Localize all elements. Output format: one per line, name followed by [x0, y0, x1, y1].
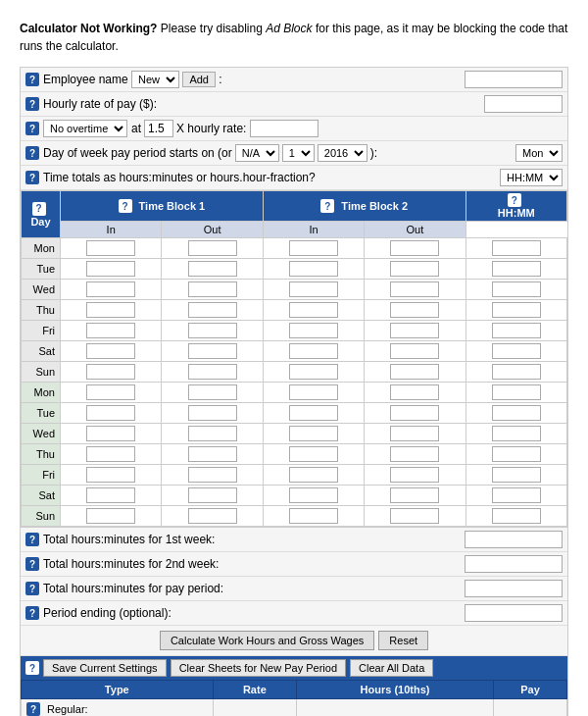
na-select[interactable]: N/A	[235, 144, 279, 162]
w1-d1-tb1-in[interactable]	[86, 261, 135, 277]
overtime-help-icon[interactable]: ?	[25, 122, 39, 135]
w1-d2-hhmm[interactable]	[492, 281, 541, 297]
w1-d0-tb2-out[interactable]	[390, 240, 439, 256]
w2-d1-tb2-in[interactable]	[289, 405, 338, 421]
tb1-help[interactable]: ?	[119, 199, 132, 213]
year-select[interactable]: 2016	[318, 144, 368, 162]
w1-d3-tb2-out[interactable]	[390, 302, 439, 318]
w1-d3-hhmm[interactable]	[492, 302, 541, 318]
w1-d2-tb1-out[interactable]	[188, 281, 237, 297]
w2-d1-tb1-in[interactable]	[86, 405, 135, 421]
clear-sheets-button[interactable]: Clear Sheets for New Pay Period	[171, 659, 346, 677]
w1-d0-tb2-in[interactable]	[289, 240, 338, 256]
w1-d6-tb1-out[interactable]	[188, 364, 237, 380]
w2-d2-tb1-out[interactable]	[188, 426, 237, 441]
day-col-help[interactable]: ?	[32, 202, 46, 216]
w1-d1-tb1-out[interactable]	[188, 261, 237, 277]
start-day-select[interactable]: Mon	[515, 144, 563, 162]
w2-d3-tb1-in[interactable]	[86, 446, 135, 462]
w1-d4-tb2-in[interactable]	[289, 323, 338, 338]
w1-d2-tb2-in[interactable]	[289, 281, 338, 297]
w2-d0-tb2-out[interactable]	[390, 384, 439, 400]
w2-d6-tb2-in[interactable]	[289, 508, 338, 524]
w1-d6-tb2-out[interactable]	[390, 364, 439, 380]
period-ending-help[interactable]: ?	[25, 606, 39, 620]
save-settings-button[interactable]: Save Current Settings	[43, 659, 167, 677]
w1-d0-hhmm[interactable]	[492, 240, 541, 256]
hhmm-help[interactable]: ?	[508, 193, 521, 207]
settings-help-icon[interactable]: ?	[25, 661, 39, 675]
w1-d4-hhmm[interactable]	[492, 323, 541, 338]
employee-name-input[interactable]	[465, 71, 563, 88]
w1-d0-tb1-in[interactable]	[86, 240, 135, 256]
w1-d4-tb1-in[interactable]	[86, 323, 135, 338]
week1-help[interactable]: ?	[25, 533, 39, 546]
pay-period-help[interactable]: ?	[25, 582, 39, 595]
overtime-select[interactable]: No overtime	[43, 120, 127, 137]
w2-d5-tb2-in[interactable]	[289, 487, 338, 503]
w1-d5-tb2-in[interactable]	[289, 343, 338, 359]
w1-d1-tb2-out[interactable]	[390, 261, 439, 277]
w2-d4-tb1-out[interactable]	[188, 467, 237, 483]
w2-d4-tb2-in[interactable]	[289, 467, 338, 483]
w1-d3-tb1-out[interactable]	[188, 302, 237, 318]
clear-all-button[interactable]: Clear All Data	[350, 659, 433, 677]
pay-period-total-input[interactable]	[465, 580, 563, 597]
add-button[interactable]: Add	[182, 72, 216, 87]
w2-d5-tb1-in[interactable]	[86, 487, 135, 503]
w1-d3-tb2-in[interactable]	[289, 302, 338, 318]
w2-d6-tb1-in[interactable]	[86, 508, 135, 524]
w2-d3-tb1-out[interactable]	[188, 446, 237, 462]
hhmm-select[interactable]: HH:MM	[500, 169, 563, 186]
w1-d5-tb1-in[interactable]	[86, 343, 135, 359]
w2-d4-hhmm[interactable]	[492, 467, 541, 483]
w2-d5-tb2-out[interactable]	[390, 487, 439, 503]
w2-d2-tb2-in[interactable]	[289, 426, 338, 441]
time-totals-help-icon[interactable]: ?	[25, 171, 39, 184]
w2-d4-tb1-in[interactable]	[86, 467, 135, 483]
employee-help-icon[interactable]: ?	[25, 73, 39, 86]
w2-d0-tb1-out[interactable]	[188, 384, 237, 400]
w2-d2-tb1-in[interactable]	[86, 426, 135, 441]
w2-d1-tb2-out[interactable]	[390, 405, 439, 421]
w2-d4-tb2-out[interactable]	[390, 467, 439, 483]
w1-d1-hhmm[interactable]	[492, 261, 541, 277]
week2-total-input[interactable]	[465, 555, 563, 573]
w2-d3-tb2-out[interactable]	[390, 446, 439, 462]
w2-d6-hhmm[interactable]	[492, 508, 541, 524]
w1-d5-tb1-out[interactable]	[188, 343, 237, 359]
w1-d3-tb1-in[interactable]	[86, 302, 135, 318]
w2-d5-tb1-out[interactable]	[188, 487, 237, 503]
w1-d6-tb1-in[interactable]	[86, 364, 135, 380]
w2-d3-hhmm[interactable]	[492, 446, 541, 462]
week2-help[interactable]: ?	[25, 557, 39, 571]
w2-d1-hhmm[interactable]	[492, 405, 541, 421]
w2-d1-tb1-out[interactable]	[188, 405, 237, 421]
tb2-help[interactable]: ?	[320, 199, 334, 213]
week1-total-input[interactable]	[465, 531, 563, 548]
w2-d0-tb1-in[interactable]	[86, 384, 135, 400]
overtime-multiplier-input[interactable]	[144, 120, 173, 137]
w2-d3-tb2-in[interactable]	[289, 446, 338, 462]
w2-d0-hhmm[interactable]	[492, 384, 541, 400]
day-select[interactable]: 1	[282, 144, 315, 162]
w1-d6-tb2-in[interactable]	[289, 364, 338, 380]
w1-d5-hhmm[interactable]	[492, 343, 541, 359]
hourly-rate-input[interactable]	[484, 95, 563, 113]
w2-d5-hhmm[interactable]	[492, 487, 541, 503]
period-ending-input[interactable]	[465, 604, 563, 622]
w1-d4-tb2-out[interactable]	[390, 323, 439, 338]
w2-d0-tb2-in[interactable]	[289, 384, 338, 400]
w2-d2-tb2-out[interactable]	[390, 426, 439, 441]
hourly-rate-help-icon[interactable]: ?	[25, 97, 39, 111]
w1-d0-tb1-out[interactable]	[188, 240, 237, 256]
summary-help-0[interactable]: ?	[26, 702, 40, 716]
employee-new-select[interactable]: New	[131, 71, 179, 88]
w1-d5-tb2-out[interactable]	[390, 343, 439, 359]
calculate-button[interactable]: Calculate Work Hours and Gross Wages	[160, 631, 374, 650]
w2-d6-tb2-out[interactable]	[390, 508, 439, 524]
overtime-rate-input[interactable]	[250, 120, 318, 137]
w1-d1-tb2-in[interactable]	[289, 261, 338, 277]
day-help-icon[interactable]: ?	[25, 146, 39, 160]
w1-d2-tb2-out[interactable]	[390, 281, 439, 297]
